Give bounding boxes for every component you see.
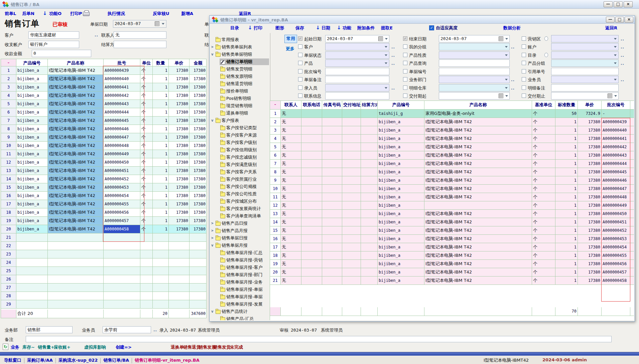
filter-checkbox[interactable]	[522, 94, 526, 98]
empty-cell[interactable]	[630, 126, 634, 135]
table-cell-amount[interactable]: 17380	[189, 92, 207, 100]
table-cell-batch[interactable]: A000000448	[602, 193, 630, 201]
table-cell-name[interactable]: I型笔记本电脑-IBM T42	[424, 226, 532, 235]
table-cell-amount[interactable]: 17380	[189, 183, 207, 192]
dialog-minimize-button[interactable]: —	[606, 17, 615, 23]
row-number[interactable]: 15	[270, 226, 281, 235]
table-cell-name[interactable]: I型笔记本电脑-IBM T42	[424, 143, 532, 151]
row-number[interactable]: 8	[270, 168, 281, 176]
doc-date-input[interactable]: 2024-03-07	[113, 20, 166, 28]
table-cell-name[interactable]	[424, 201, 532, 210]
filter-select[interactable]	[325, 84, 389, 92]
empty-cell[interactable]	[48, 284, 104, 292]
tree-item[interactable]: 销售订单明细	[210, 58, 270, 66]
table-cell-price[interactable]: 17380	[578, 126, 602, 135]
table-cell-price[interactable]: 17380	[578, 251, 602, 260]
table-cell-code[interactable]: bijiben_a	[16, 200, 48, 208]
empty-cell[interactable]	[48, 233, 104, 242]
empty-cell[interactable]	[342, 226, 361, 235]
table-cell-unit[interactable]: 个	[532, 135, 555, 143]
tab-more[interactable]: 更多	[286, 46, 294, 52]
table-cell-contact[interactable]: 无	[281, 218, 301, 226]
table-cell-code[interactable]: bijiben_a	[16, 225, 48, 233]
table-cell-qty[interactable]: 1	[555, 135, 578, 143]
table-cell-qty[interactable]: 1	[153, 75, 169, 83]
tree-item[interactable]: Pos销售明细	[210, 95, 270, 103]
calendar-icon[interactable]	[499, 94, 503, 98]
empty-cell[interactable]	[104, 233, 140, 242]
table-cell-qty[interactable]: 1	[153, 142, 169, 150]
table-cell-unit[interactable]: 个	[532, 151, 555, 160]
person-input[interactable]: 余学前	[103, 326, 151, 333]
table-cell-contact[interactable]: 无	[281, 243, 301, 251]
account-input[interactable]: 银行账户	[28, 41, 79, 48]
chevron-down-icon[interactable]	[385, 87, 387, 89]
table-cell-name[interactable]: I型笔记本电脑-IBM T42	[424, 243, 532, 251]
calendar-icon[interactable]	[155, 21, 159, 26]
table-cell-price[interactable]: 17380	[169, 108, 189, 117]
table-cell-contact[interactable]: 无	[281, 176, 301, 185]
empty-cell[interactable]	[16, 250, 48, 258]
chevron-down-icon[interactable]: v	[211, 118, 214, 123]
empty-cell[interactable]	[104, 242, 140, 250]
column-header[interactable]: 交付地址	[342, 101, 361, 110]
table-cell-name[interactable]: I型笔记本电脑-IBM T42	[48, 200, 104, 208]
table-cell-batch[interactable]: A000000451	[104, 167, 140, 175]
column-header[interactable]	[630, 101, 634, 110]
table-cell-batch[interactable]: A000000446	[602, 176, 630, 185]
empty-cell[interactable]	[630, 277, 634, 285]
table-cell-batch[interactable]: A000000442	[602, 143, 630, 151]
empty-cell[interactable]	[153, 258, 169, 267]
date-arrow-down-icon[interactable]: ↓	[316, 25, 320, 31]
empty-cell[interactable]	[16, 300, 48, 309]
row-number[interactable]: 12	[270, 201, 281, 210]
tree-item[interactable]: v销售单据月报	[210, 242, 270, 249]
table-cell-price[interactable]: 17380	[578, 143, 602, 151]
tree-item[interactable]: 客户按所属行业	[210, 176, 270, 183]
table-cell-amount[interactable]: 17380	[189, 208, 207, 217]
tree-item[interactable]: >销售单据日报	[210, 235, 270, 242]
table-cell-batch[interactable]: A000000440	[104, 75, 140, 83]
table-cell-qty[interactable]: 1	[153, 192, 169, 200]
filter-checkbox[interactable]	[522, 36, 526, 41]
empty-cell[interactable]	[16, 275, 48, 284]
table-cell-unit[interactable]: 个	[140, 225, 153, 233]
func-arrow-down-icon[interactable]: ↓	[337, 25, 341, 31]
table-cell-code[interactable]: bijiben_a	[378, 193, 424, 201]
empty-cell[interactable]	[189, 233, 207, 242]
table-cell-qty[interactable]: 1	[153, 117, 169, 125]
table-cell-name[interactable]: I型笔记本电脑-IBM T42	[48, 192, 104, 200]
empty-cell[interactable]	[322, 193, 342, 201]
table-cell-code[interactable]: bijiben_a	[378, 260, 424, 268]
empty-cell[interactable]	[630, 118, 634, 126]
filter-select[interactable]	[325, 51, 389, 59]
empty-cell[interactable]	[630, 251, 634, 260]
tree-item[interactable]: 销售单据月报-营销	[210, 257, 270, 264]
table-cell-price[interactable]: 17380	[578, 193, 602, 201]
table-cell-name[interactable]: I型笔记本电脑-IBM T42	[424, 235, 532, 243]
empty-cell[interactable]	[361, 268, 378, 277]
table-cell-unit[interactable]: 个	[532, 168, 555, 176]
empty-cell[interactable]	[342, 126, 361, 135]
empty-cell[interactable]	[342, 185, 361, 193]
table-cell-name[interactable]: I型笔记本电脑-IBM T42	[424, 193, 532, 201]
empty-cell[interactable]	[322, 277, 342, 285]
empty-cell[interactable]	[361, 168, 378, 176]
empty-cell[interactable]	[104, 250, 140, 258]
filter-checkbox[interactable]	[522, 85, 526, 90]
table-cell-amount[interactable]: 17380	[189, 167, 207, 175]
filter-select[interactable]	[325, 43, 389, 50]
row-number[interactable]: 2	[270, 118, 281, 126]
table-cell-amount[interactable]: 17380	[189, 133, 207, 142]
empty-cell[interactable]	[301, 268, 322, 277]
table-cell-price[interactable]: 17380	[578, 201, 602, 210]
row-number[interactable]: 11	[1, 150, 16, 158]
dept-input[interactable]: 销售部	[26, 326, 73, 333]
empty-cell[interactable]	[140, 250, 153, 258]
tree-item[interactable]: 客户按发展商统计	[210, 205, 270, 213]
tree-item[interactable]: 客户按信用级别	[210, 147, 270, 154]
table-cell-price[interactable]: 17380	[169, 117, 189, 125]
table-cell-name[interactable]: I型笔记本电脑-IBM T42	[48, 175, 104, 183]
empty-cell[interactable]	[301, 235, 322, 243]
table-cell-unit[interactable]: 个	[140, 175, 153, 183]
